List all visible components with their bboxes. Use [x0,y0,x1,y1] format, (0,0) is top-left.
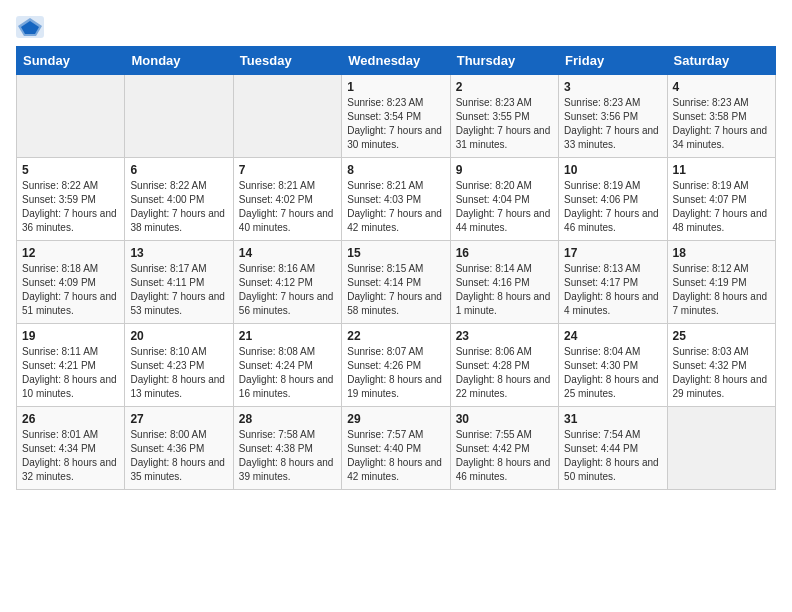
logo [16,16,48,38]
day-cell: 20Sunrise: 8:10 AM Sunset: 4:23 PM Dayli… [125,324,233,407]
day-cell [233,75,341,158]
week-row-4: 19Sunrise: 8:11 AM Sunset: 4:21 PM Dayli… [17,324,776,407]
weekday-header-monday: Monday [125,47,233,75]
day-number: 21 [239,329,336,343]
day-info: Sunrise: 8:20 AM Sunset: 4:04 PM Dayligh… [456,179,553,235]
day-info: Sunrise: 8:03 AM Sunset: 4:32 PM Dayligh… [673,345,770,401]
weekday-header-wednesday: Wednesday [342,47,450,75]
day-info: Sunrise: 8:22 AM Sunset: 3:59 PM Dayligh… [22,179,119,235]
day-cell: 8Sunrise: 8:21 AM Sunset: 4:03 PM Daylig… [342,158,450,241]
day-info: Sunrise: 8:07 AM Sunset: 4:26 PM Dayligh… [347,345,444,401]
day-info: Sunrise: 8:08 AM Sunset: 4:24 PM Dayligh… [239,345,336,401]
day-cell: 22Sunrise: 8:07 AM Sunset: 4:26 PM Dayli… [342,324,450,407]
day-info: Sunrise: 8:04 AM Sunset: 4:30 PM Dayligh… [564,345,661,401]
day-cell: 14Sunrise: 8:16 AM Sunset: 4:12 PM Dayli… [233,241,341,324]
weekday-header-row: SundayMondayTuesdayWednesdayThursdayFrid… [17,47,776,75]
day-info: Sunrise: 8:23 AM Sunset: 3:55 PM Dayligh… [456,96,553,152]
day-number: 4 [673,80,770,94]
day-cell: 7Sunrise: 8:21 AM Sunset: 4:02 PM Daylig… [233,158,341,241]
day-info: Sunrise: 7:58 AM Sunset: 4:38 PM Dayligh… [239,428,336,484]
day-cell [17,75,125,158]
week-row-5: 26Sunrise: 8:01 AM Sunset: 4:34 PM Dayli… [17,407,776,490]
day-cell: 10Sunrise: 8:19 AM Sunset: 4:06 PM Dayli… [559,158,667,241]
day-number: 3 [564,80,661,94]
day-cell: 30Sunrise: 7:55 AM Sunset: 4:42 PM Dayli… [450,407,558,490]
day-info: Sunrise: 8:23 AM Sunset: 3:56 PM Dayligh… [564,96,661,152]
day-number: 18 [673,246,770,260]
day-number: 11 [673,163,770,177]
day-cell: 9Sunrise: 8:20 AM Sunset: 4:04 PM Daylig… [450,158,558,241]
weekday-header-friday: Friday [559,47,667,75]
day-info: Sunrise: 8:17 AM Sunset: 4:11 PM Dayligh… [130,262,227,318]
day-number: 5 [22,163,119,177]
day-cell: 4Sunrise: 8:23 AM Sunset: 3:58 PM Daylig… [667,75,775,158]
day-cell: 29Sunrise: 7:57 AM Sunset: 4:40 PM Dayli… [342,407,450,490]
day-number: 8 [347,163,444,177]
day-cell: 21Sunrise: 8:08 AM Sunset: 4:24 PM Dayli… [233,324,341,407]
day-info: Sunrise: 8:16 AM Sunset: 4:12 PM Dayligh… [239,262,336,318]
day-info: Sunrise: 8:14 AM Sunset: 4:16 PM Dayligh… [456,262,553,318]
week-row-3: 12Sunrise: 8:18 AM Sunset: 4:09 PM Dayli… [17,241,776,324]
day-cell [125,75,233,158]
day-number: 12 [22,246,119,260]
day-number: 22 [347,329,444,343]
day-cell: 26Sunrise: 8:01 AM Sunset: 4:34 PM Dayli… [17,407,125,490]
day-cell: 17Sunrise: 8:13 AM Sunset: 4:17 PM Dayli… [559,241,667,324]
day-cell: 28Sunrise: 7:58 AM Sunset: 4:38 PM Dayli… [233,407,341,490]
day-number: 29 [347,412,444,426]
day-info: Sunrise: 8:23 AM Sunset: 3:58 PM Dayligh… [673,96,770,152]
header [16,16,776,38]
day-info: Sunrise: 8:10 AM Sunset: 4:23 PM Dayligh… [130,345,227,401]
day-number: 25 [673,329,770,343]
day-info: Sunrise: 8:01 AM Sunset: 4:34 PM Dayligh… [22,428,119,484]
week-row-1: 1Sunrise: 8:23 AM Sunset: 3:54 PM Daylig… [17,75,776,158]
day-cell: 1Sunrise: 8:23 AM Sunset: 3:54 PM Daylig… [342,75,450,158]
day-info: Sunrise: 8:19 AM Sunset: 4:07 PM Dayligh… [673,179,770,235]
day-info: Sunrise: 8:11 AM Sunset: 4:21 PM Dayligh… [22,345,119,401]
day-info: Sunrise: 8:00 AM Sunset: 4:36 PM Dayligh… [130,428,227,484]
day-cell: 2Sunrise: 8:23 AM Sunset: 3:55 PM Daylig… [450,75,558,158]
day-cell: 31Sunrise: 7:54 AM Sunset: 4:44 PM Dayli… [559,407,667,490]
day-number: 19 [22,329,119,343]
day-info: Sunrise: 8:18 AM Sunset: 4:09 PM Dayligh… [22,262,119,318]
day-number: 31 [564,412,661,426]
day-cell: 19Sunrise: 8:11 AM Sunset: 4:21 PM Dayli… [17,324,125,407]
day-number: 30 [456,412,553,426]
day-number: 26 [22,412,119,426]
day-cell: 18Sunrise: 8:12 AM Sunset: 4:19 PM Dayli… [667,241,775,324]
day-cell: 27Sunrise: 8:00 AM Sunset: 4:36 PM Dayli… [125,407,233,490]
day-cell: 12Sunrise: 8:18 AM Sunset: 4:09 PM Dayli… [17,241,125,324]
day-info: Sunrise: 8:13 AM Sunset: 4:17 PM Dayligh… [564,262,661,318]
day-info: Sunrise: 8:21 AM Sunset: 4:02 PM Dayligh… [239,179,336,235]
calendar-table: SundayMondayTuesdayWednesdayThursdayFrid… [16,46,776,490]
day-number: 15 [347,246,444,260]
day-number: 9 [456,163,553,177]
weekday-header-sunday: Sunday [17,47,125,75]
day-number: 23 [456,329,553,343]
day-info: Sunrise: 7:55 AM Sunset: 4:42 PM Dayligh… [456,428,553,484]
weekday-header-tuesday: Tuesday [233,47,341,75]
day-info: Sunrise: 8:23 AM Sunset: 3:54 PM Dayligh… [347,96,444,152]
day-cell: 6Sunrise: 8:22 AM Sunset: 4:00 PM Daylig… [125,158,233,241]
day-info: Sunrise: 7:57 AM Sunset: 4:40 PM Dayligh… [347,428,444,484]
day-info: Sunrise: 8:19 AM Sunset: 4:06 PM Dayligh… [564,179,661,235]
day-cell: 11Sunrise: 8:19 AM Sunset: 4:07 PM Dayli… [667,158,775,241]
day-number: 7 [239,163,336,177]
day-number: 28 [239,412,336,426]
day-number: 27 [130,412,227,426]
day-number: 17 [564,246,661,260]
day-cell: 25Sunrise: 8:03 AM Sunset: 4:32 PM Dayli… [667,324,775,407]
day-info: Sunrise: 8:06 AM Sunset: 4:28 PM Dayligh… [456,345,553,401]
day-cell: 24Sunrise: 8:04 AM Sunset: 4:30 PM Dayli… [559,324,667,407]
day-info: Sunrise: 8:21 AM Sunset: 4:03 PM Dayligh… [347,179,444,235]
day-info: Sunrise: 8:15 AM Sunset: 4:14 PM Dayligh… [347,262,444,318]
week-row-2: 5Sunrise: 8:22 AM Sunset: 3:59 PM Daylig… [17,158,776,241]
day-cell: 16Sunrise: 8:14 AM Sunset: 4:16 PM Dayli… [450,241,558,324]
logo-icon [16,16,44,38]
day-number: 1 [347,80,444,94]
day-number: 24 [564,329,661,343]
day-number: 14 [239,246,336,260]
day-number: 6 [130,163,227,177]
day-info: Sunrise: 8:22 AM Sunset: 4:00 PM Dayligh… [130,179,227,235]
day-number: 10 [564,163,661,177]
